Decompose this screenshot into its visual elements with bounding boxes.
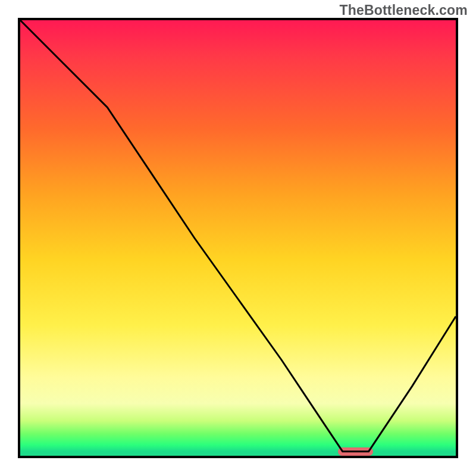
chart-canvas: TheBottleneck.com <box>0 0 476 476</box>
plot-frame <box>18 18 458 458</box>
watermark-text: TheBottleneck.com <box>339 2 468 18</box>
gradient-background <box>20 20 456 456</box>
